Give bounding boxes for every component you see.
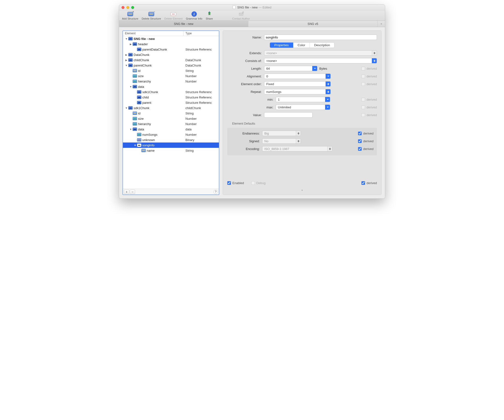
order-value: Fixed: [266, 82, 274, 86]
disclosure-icon[interactable]: ▼: [129, 128, 132, 131]
order-label: Element order:: [227, 82, 262, 86]
string-icon: [133, 69, 137, 72]
contact-author-label: Contact Author: [232, 17, 250, 20]
order-combo[interactable]: Fixed: [264, 81, 331, 87]
tab-sng-file-new[interactable]: SNG file - new: [119, 21, 248, 27]
add-row-button[interactable]: +: [124, 190, 129, 194]
enabled-check[interactable]: Enabled: [227, 181, 244, 185]
tree-row[interactable]: numSongsNumber: [123, 132, 219, 137]
zoom-window-button[interactable]: [131, 6, 134, 9]
max-combo[interactable]: Unlimited: [276, 105, 330, 110]
tree-row[interactable]: ▼datadata: [123, 127, 219, 132]
consists-label: Consists of:: [227, 59, 262, 63]
alignment-row: Alignment: 0 derived: [227, 74, 377, 79]
tree-row[interactable]: idString: [123, 68, 219, 73]
disclosure-icon[interactable]: ▼: [134, 144, 137, 147]
close-window-button[interactable]: [122, 6, 124, 9]
help-button[interactable]: ?: [214, 190, 218, 194]
length-derived-check[interactable]: derived: [361, 67, 377, 70]
tree-row[interactable]: ▼songInfo: [123, 142, 219, 148]
name-input[interactable]: [264, 35, 377, 40]
tree-row[interactable]: ▶DataChunk: [123, 52, 219, 57]
min-derived-check[interactable]: derived: [361, 98, 377, 101]
tree-row-label: hierarchy: [138, 80, 152, 83]
delete-structure-button[interactable]: Delete Structure: [141, 11, 162, 20]
tab-properties[interactable]: Properties: [270, 43, 293, 48]
tree-row[interactable]: ▼SNG file - new: [123, 36, 219, 41]
number-icon: [133, 74, 137, 78]
tree-row-label: child: [142, 96, 150, 99]
tree-row[interactable]: ▼sdk1ChunkchildChunk: [123, 105, 219, 111]
disclosure-icon[interactable]: ▶: [129, 43, 132, 45]
tree-row[interactable]: idString: [123, 111, 219, 116]
min-combo[interactable]: 1: [276, 97, 330, 102]
disclosure-icon[interactable]: ▶: [125, 53, 128, 56]
tree-row-type: Number: [183, 74, 219, 78]
add-tab-button[interactable]: +: [378, 21, 385, 27]
tree-row[interactable]: sizeNumber: [123, 116, 219, 121]
endianness-value: Big: [264, 132, 269, 135]
tree-header-element[interactable]: Element: [123, 31, 183, 36]
delete-element-icon: [170, 12, 176, 16]
encoding-derived-check[interactable]: derived: [358, 147, 374, 151]
disclosure-icon[interactable]: ▼: [125, 107, 128, 109]
disclosure-icon[interactable]: ▼: [129, 85, 132, 88]
consists-row: Consists of: <none>: [227, 58, 377, 63]
endianness-combo: Big: [262, 131, 301, 136]
tree-row[interactable]: nameString: [123, 148, 219, 153]
tab-description[interactable]: Description: [310, 43, 334, 48]
tree-row[interactable]: ▼data: [123, 84, 219, 89]
disclosure-icon[interactable]: ▼: [125, 38, 128, 40]
length-row: Length: 64 Bytes derived: [227, 66, 377, 71]
tree-row-type: Structure Referenc: [183, 90, 219, 94]
struct-icon: [137, 101, 141, 104]
endianness-derived-check[interactable]: derived: [358, 132, 374, 135]
tree-row[interactable]: sizeNumber: [123, 73, 219, 79]
tab-sng-v5[interactable]: SNG v5: [248, 21, 378, 27]
tree-row[interactable]: ▼parentChunkDataChunk: [123, 63, 219, 68]
length-combo[interactable]: 64: [264, 66, 317, 71]
minimize-window-button[interactable]: [126, 6, 129, 9]
alignment-derived-check[interactable]: derived: [361, 75, 377, 78]
tree-header-type[interactable]: Type: [183, 31, 219, 36]
tree-row-type: Number: [183, 117, 219, 120]
order-row: Element order: Fixed derived: [227, 81, 377, 87]
delete-structure-icon: [148, 12, 154, 16]
max-derived-check[interactable]: derived: [361, 105, 377, 109]
consists-combo[interactable]: <none>: [264, 58, 377, 63]
alignment-value: 0: [266, 75, 268, 78]
grammar-info-button[interactable]: i Grammar Info: [185, 11, 203, 20]
add-structure-button[interactable]: Add Structure: [121, 11, 139, 20]
tree-body[interactable]: ▼SNG file - new▶headerparentDataChunkStr…: [123, 36, 219, 189]
tree-row[interactable]: ▶header: [123, 41, 219, 47]
disclosure-icon[interactable]: ▶: [125, 59, 128, 61]
tab-color[interactable]: Color: [293, 43, 310, 48]
debug-check[interactable]: Debug: [251, 181, 266, 185]
tree-row-label: data: [138, 85, 145, 89]
alignment-combo[interactable]: 0: [264, 74, 331, 79]
repeat-combo[interactable]: numSongs: [264, 89, 331, 94]
tree-row[interactable]: sdk1ChunkStructure Referenc: [123, 89, 219, 95]
tree-row-label: parent: [142, 101, 152, 105]
tree-row[interactable]: hierarchyNumber: [123, 121, 219, 127]
element-tree[interactable]: Element Type ▼SNG file - new▶headerparen…: [122, 30, 219, 195]
signed-derived-check[interactable]: derived: [358, 139, 374, 143]
tree-row[interactable]: ▶childChunkDataChunk: [123, 57, 219, 63]
tree-row[interactable]: parentStructure Referenc: [123, 100, 219, 105]
tree-row[interactable]: childStructure Referenc: [123, 95, 219, 100]
delete-structure-label: Delete Structure: [142, 17, 161, 20]
bottom-derived-check[interactable]: derived: [361, 181, 377, 185]
order-derived-check[interactable]: derived: [361, 82, 377, 86]
remove-row-button[interactable]: −: [130, 190, 135, 194]
value-derived-check[interactable]: derived: [361, 113, 377, 117]
tree-row[interactable]: unknownBinary: [123, 137, 219, 142]
tree-row[interactable]: parentDataChunkStructure Referenc: [123, 47, 219, 52]
struct-icon: [137, 90, 141, 94]
tree-row[interactable]: hierarchyNumber: [123, 79, 219, 84]
share-button[interactable]: Share: [205, 11, 214, 20]
tree-row-type: Number: [183, 122, 219, 126]
disclosure-icon[interactable]: ▼: [125, 64, 128, 67]
tree-row-label: size: [138, 74, 145, 78]
value-input[interactable]: [264, 112, 313, 118]
name-label: Name:: [227, 36, 262, 39]
